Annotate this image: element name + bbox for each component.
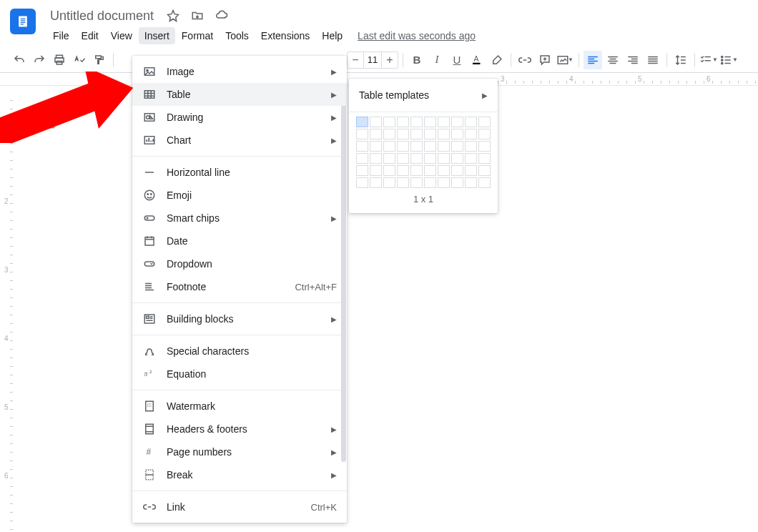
- insert-horizontal-line[interactable]: Horizontal line: [132, 161, 347, 184]
- grid-cell[interactable]: [383, 117, 395, 127]
- grid-cell[interactable]: [451, 153, 463, 164]
- align-center-button[interactable]: [604, 51, 622, 69]
- insert-link-button[interactable]: [516, 51, 534, 69]
- menu-tools[interactable]: Tools: [220, 27, 255, 44]
- font-size-decrease[interactable]: −: [348, 54, 363, 66]
- insert-table[interactable]: Table▶: [132, 83, 347, 106]
- grid-cell[interactable]: [410, 141, 423, 152]
- menu-help[interactable]: Help: [316, 27, 348, 44]
- menu-format[interactable]: Format: [176, 27, 219, 44]
- menu-extensions[interactable]: Extensions: [255, 27, 315, 44]
- grid-cell[interactable]: [410, 129, 423, 139]
- grid-cell[interactable]: [478, 117, 491, 127]
- highlight-button[interactable]: [488, 51, 506, 69]
- grid-cell[interactable]: [383, 129, 395, 139]
- outline-toggle-icon[interactable]: [41, 116, 56, 130]
- grid-cell[interactable]: [356, 141, 368, 152]
- checklist-button[interactable]: ▼: [699, 51, 718, 69]
- grid-cell[interactable]: [356, 165, 368, 176]
- grid-cell[interactable]: [438, 177, 450, 188]
- grid-cell[interactable]: [438, 165, 450, 176]
- grid-cell[interactable]: [410, 117, 423, 127]
- insert-page-numbers[interactable]: #Page numbers▶: [132, 440, 347, 463]
- grid-cell[interactable]: [383, 153, 395, 164]
- grid-cell[interactable]: [397, 165, 409, 176]
- grid-cell[interactable]: [356, 117, 368, 127]
- add-comment-button[interactable]: [536, 51, 554, 69]
- menu-file[interactable]: File: [47, 27, 75, 44]
- grid-cell[interactable]: [451, 141, 463, 152]
- grid-cell[interactable]: [410, 153, 423, 164]
- italic-button[interactable]: I: [428, 51, 446, 69]
- align-left-button[interactable]: [584, 51, 602, 69]
- grid-cell[interactable]: [370, 153, 382, 164]
- grid-cell[interactable]: [397, 153, 409, 164]
- line-spacing-button[interactable]: [671, 51, 690, 69]
- doc-title[interactable]: Untitled document: [47, 7, 157, 25]
- cloud-icon[interactable]: [214, 8, 230, 24]
- insert-drawing[interactable]: Drawing▶: [132, 106, 347, 129]
- grid-cell[interactable]: [478, 177, 491, 188]
- grid-cell[interactable]: [383, 165, 395, 176]
- last-edit-link[interactable]: Last edit was seconds ago: [358, 30, 476, 41]
- insert-special-characters[interactable]: Special characters: [132, 340, 347, 363]
- grid-cell[interactable]: [438, 141, 450, 152]
- insert-image-button[interactable]: ▼: [556, 51, 574, 69]
- grid-cell[interactable]: [424, 141, 436, 152]
- insert-emoji[interactable]: Emoji: [132, 184, 347, 207]
- grid-cell[interactable]: [424, 165, 436, 176]
- grid-cell[interactable]: [383, 177, 395, 188]
- grid-cell[interactable]: [451, 177, 463, 188]
- grid-cell[interactable]: [397, 129, 409, 139]
- text-color-button[interactable]: A: [468, 51, 486, 69]
- insert-dropdown[interactable]: Dropdown: [132, 252, 347, 275]
- align-justify-button[interactable]: [644, 51, 662, 69]
- grid-cell[interactable]: [356, 153, 368, 164]
- insert-smart-chips[interactable]: Smart chips▶: [132, 207, 347, 230]
- menu-edit[interactable]: Edit: [76, 27, 104, 44]
- insert-headers-footers[interactable]: Headers & footers▶: [132, 418, 347, 440]
- grid-cell[interactable]: [370, 117, 382, 127]
- grid-cell[interactable]: [410, 165, 423, 176]
- grid-cell[interactable]: [465, 153, 477, 164]
- bulleted-list-button[interactable]: ▼: [719, 51, 738, 69]
- grid-cell[interactable]: [465, 141, 477, 152]
- font-size-value[interactable]: 11: [363, 52, 382, 68]
- star-icon[interactable]: [165, 8, 181, 24]
- bold-button[interactable]: B: [408, 51, 426, 69]
- paint-format-button[interactable]: [90, 51, 109, 69]
- table-templates-item[interactable]: Table templates ▶: [349, 83, 498, 107]
- align-right-button[interactable]: [624, 51, 642, 69]
- grid-cell[interactable]: [383, 141, 395, 152]
- grid-cell[interactable]: [370, 129, 382, 139]
- grid-cell[interactable]: [438, 117, 450, 127]
- menu-insert[interactable]: Insert: [139, 27, 175, 44]
- grid-cell[interactable]: [397, 117, 409, 127]
- grid-cell[interactable]: [478, 141, 491, 152]
- underline-button[interactable]: U: [448, 51, 466, 69]
- font-size-increase[interactable]: +: [382, 54, 398, 66]
- insert-chart[interactable]: Chart▶: [132, 129, 347, 152]
- menu-view[interactable]: View: [105, 27, 138, 44]
- grid-cell[interactable]: [397, 177, 409, 188]
- insert-building-blocks[interactable]: Building blocks▶: [132, 307, 347, 330]
- insert-watermark[interactable]: Watermark: [132, 395, 347, 418]
- insert-date[interactable]: Date: [132, 230, 347, 252]
- insert-equation[interactable]: π2Equation: [132, 363, 347, 385]
- docs-logo[interactable]: [10, 9, 36, 34]
- grid-cell[interactable]: [478, 153, 491, 164]
- grid-cell[interactable]: [424, 153, 436, 164]
- grid-cell[interactable]: [478, 129, 491, 139]
- grid-cell[interactable]: [465, 129, 477, 139]
- grid-cell[interactable]: [438, 129, 450, 139]
- insert-break[interactable]: Break▶: [132, 463, 347, 486]
- move-icon[interactable]: [190, 8, 205, 24]
- grid-cell[interactable]: [438, 153, 450, 164]
- grid-cell[interactable]: [451, 165, 463, 176]
- undo-button[interactable]: [10, 51, 29, 69]
- grid-cell[interactable]: [424, 117, 436, 127]
- grid-cell[interactable]: [478, 165, 491, 176]
- grid-cell[interactable]: [465, 165, 477, 176]
- redo-button[interactable]: [30, 51, 49, 69]
- grid-cell[interactable]: [465, 117, 477, 127]
